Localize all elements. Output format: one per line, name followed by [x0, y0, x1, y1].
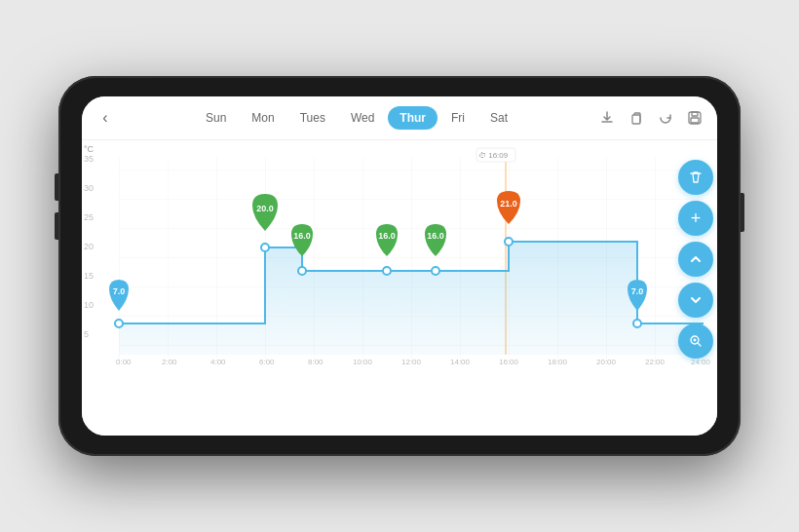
top-actions [596, 107, 705, 129]
svg-text:2:00: 2:00 [162, 358, 177, 366]
chart-area: °C 35 30 25 [82, 140, 717, 436]
tab-mon[interactable]: Mon [240, 106, 285, 130]
phone-screen: ‹ Sun Mon Tues Wed Thur Fri Sat [82, 96, 717, 436]
copy-button[interactable] [626, 107, 647, 129]
svg-text:30: 30 [84, 183, 94, 193]
vol-down-button[interactable] [55, 212, 58, 240]
tab-sat[interactable]: Sat [478, 106, 519, 130]
svg-text:7.0: 7.0 [631, 286, 644, 296]
svg-text:20:00: 20:00 [596, 358, 617, 366]
down-button[interactable] [678, 283, 713, 318]
svg-text:10:00: 10:00 [353, 358, 373, 366]
svg-text:5: 5 [84, 329, 89, 339]
tab-thur[interactable]: Thur [388, 106, 438, 130]
svg-point-34 [115, 320, 123, 327]
save-button[interactable] [684, 107, 705, 129]
svg-point-33 [633, 320, 641, 327]
svg-rect-2 [692, 112, 698, 116]
svg-text:20: 20 [84, 242, 94, 251]
svg-point-30 [383, 267, 391, 275]
svg-text:25: 25 [84, 212, 94, 222]
refresh-button[interactable] [655, 107, 676, 129]
svg-point-28 [261, 244, 269, 251]
svg-text:35: 35 [84, 154, 94, 164]
svg-rect-3 [691, 118, 699, 123]
top-nav: ‹ Sun Mon Tues Wed Thur Fri Sat [82, 96, 717, 140]
svg-text:6:00: 6:00 [259, 358, 275, 366]
tab-tues[interactable]: Tues [288, 106, 337, 130]
svg-text:12:00: 12:00 [401, 358, 422, 366]
zoom-button[interactable] [678, 323, 713, 359]
svg-text:8:00: 8:00 [308, 358, 323, 366]
svg-text:0:00: 0:00 [116, 358, 132, 366]
day-tabs: Sun Mon Tues Wed Thur Fri Sat [121, 106, 592, 130]
svg-text:7.0: 7.0 [113, 286, 126, 296]
vol-up-button[interactable] [55, 173, 58, 201]
svg-point-32 [505, 238, 513, 246]
svg-rect-0 [632, 115, 640, 124]
tab-fri[interactable]: Fri [439, 106, 476, 130]
svg-text:18:00: 18:00 [548, 358, 568, 366]
up-button[interactable] [678, 242, 713, 277]
temperature-chart[interactable]: 35 30 25 20 15 10 5 0:00 2:00 4:00 6:00 … [82, 140, 717, 436]
svg-text:10: 10 [84, 300, 94, 310]
svg-text:16.0: 16.0 [427, 231, 444, 241]
svg-text:16:00: 16:00 [499, 358, 519, 366]
svg-text:4:00: 4:00 [210, 358, 226, 366]
tab-sun[interactable]: Sun [194, 106, 238, 130]
svg-point-31 [432, 267, 439, 275]
svg-text:16.0: 16.0 [378, 231, 396, 241]
svg-point-29 [298, 267, 306, 275]
svg-text:20.0: 20.0 [256, 204, 274, 213]
svg-text:22:00: 22:00 [645, 358, 666, 366]
svg-text:14:00: 14:00 [450, 358, 471, 366]
svg-text:16.0: 16.0 [293, 231, 311, 241]
delete-button[interactable] [678, 160, 713, 195]
svg-text:⏱ 16:09: ⏱ 16:09 [478, 151, 509, 160]
phone-frame: ‹ Sun Mon Tues Wed Thur Fri Sat [58, 76, 741, 456]
svg-text:15: 15 [84, 271, 94, 281]
download-button[interactable] [596, 107, 618, 129]
svg-text:24:00: 24:00 [691, 358, 711, 366]
back-button[interactable]: ‹ [94, 106, 117, 130]
tab-wed[interactable]: Wed [339, 106, 386, 130]
add-button[interactable]: + [678, 201, 713, 236]
right-action-buttons: + [678, 160, 713, 359]
power-button[interactable] [741, 193, 744, 232]
svg-text:21.0: 21.0 [500, 199, 517, 209]
